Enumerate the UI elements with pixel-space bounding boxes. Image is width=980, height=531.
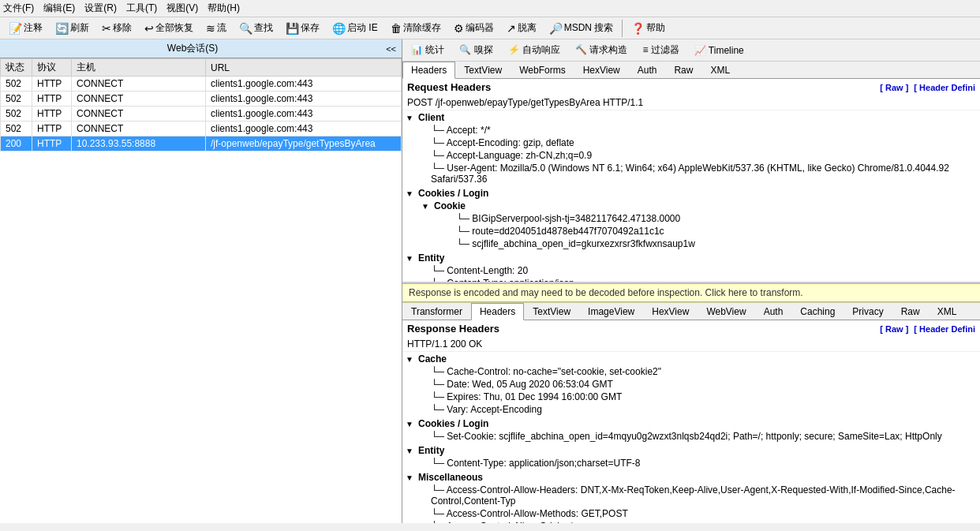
toolbar-save[interactable]: 💾 保存 [280, 19, 325, 37]
resp-tab-imageview[interactable]: ImageView [579, 303, 643, 320]
resp-tab-auth[interactable]: Auth [755, 303, 792, 320]
resp-tab-textview[interactable]: TextView [524, 303, 579, 320]
toolbar-request-builder[interactable]: 🔨 请求构造 [568, 41, 634, 59]
tab-xml[interactable]: XML [701, 62, 739, 79]
tab-textview[interactable]: TextView [455, 62, 511, 79]
resp-cache-section: ▼ Cache └─ Cache-Control: no-cache="set-… [402, 352, 980, 417]
resp-tab-xml[interactable]: XML [929, 303, 966, 320]
restore-icon: ↩ [144, 22, 154, 35]
client-toggle[interactable]: ▼ [406, 114, 415, 122]
table-row[interactable]: 502 HTTP CONNECT clients1.google.com:443 [1, 77, 402, 92]
resp-entity-label: Entity [418, 445, 444, 456]
warning-bar[interactable]: Response is encoded and may need to be d… [402, 283, 980, 302]
toolbar-annotate[interactable]: 📝 注释 [3, 19, 48, 37]
resp-raw-link[interactable]: [ Raw ] [880, 324, 908, 334]
resp-tab-transformer[interactable]: Transformer [402, 303, 471, 320]
cell-protocol: HTTP [32, 77, 72, 92]
tab-webforms[interactable]: WebForms [511, 62, 574, 79]
sessions-table: 状态 协议 主机 URL 502 HTTP CONNECT clients1.g… [0, 58, 402, 151]
toolbar-filter[interactable]: ≡ 过滤器 [635, 41, 686, 59]
tab-headers[interactable]: Headers [402, 62, 455, 79]
left-panel-header: Web会话(S) << [0, 39, 402, 58]
toolbar-detach[interactable]: ↗ 脱离 [501, 19, 542, 37]
table-row[interactable]: 502 HTTP CONNECT clients1.google.com:443 [1, 107, 402, 122]
resp-tab-privacy[interactable]: Privacy [843, 303, 892, 320]
cookie-sub: ▼ Cookie └─ BIGipServerpool-sjsh-tj=3482… [402, 200, 980, 250]
toolbar-statistics[interactable]: 📊 统计 [404, 41, 451, 59]
content-type-resp-entry: └─ Content-Type: application/json;charse… [409, 457, 980, 469]
left-panel-collapse[interactable]: << [383, 44, 399, 54]
acao-headers-entry: └─ Access-Control-Allow-Headers: DNT,X-M… [409, 484, 980, 507]
resp-cookie-entries: └─ Set-Cookie: scjflife_abchina_open_id=… [402, 430, 980, 443]
toolbar-encoder[interactable]: ⚙ 编码器 [448, 19, 499, 37]
toolbar-separator [622, 20, 623, 37]
menu-tools[interactable]: 工具(T) [126, 2, 157, 15]
acao-origin-entry: └─ Access-Control-Allow-Origin: * [409, 520, 980, 523]
resp-entity-toggle[interactable]: ▼ [406, 447, 415, 455]
resp-cache-label: Cache [418, 353, 447, 365]
menu-file[interactable]: 文件(F) [3, 2, 34, 15]
resp-entity-section: ▼ Entity └─ Content-Type: application/js… [402, 443, 980, 470]
response-headers-links: [ Raw ] [ Header Defini [877, 324, 975, 334]
toolbar-launch-ie[interactable]: 🌐 启动 IE [327, 19, 383, 37]
toolbar-auto-response[interactable]: ⚡ 自动响应 [501, 41, 567, 59]
entity-toggle[interactable]: ▼ [406, 254, 415, 263]
resp-misc-toggle[interactable]: ▼ [406, 473, 415, 482]
client-section-header: ▼ Client [402, 111, 980, 124]
stream-label: 流 [217, 21, 226, 35]
main-container: Web会话(S) << 状态 协议 主机 URL 502 HTTP CONNEC… [0, 39, 980, 523]
cell-host: CONNECT [72, 107, 206, 122]
resp-misc-section: ▼ Miscellaneous └─ Access-Control-Allow-… [402, 470, 980, 523]
menu-view[interactable]: 视图(V) [166, 2, 198, 15]
col-header-host: 主机 [72, 59, 206, 77]
msdn-label: MSDN 搜索 [564, 21, 614, 35]
ie-label: 启动 IE [347, 21, 378, 35]
resp-cache-header: ▼ Cache [402, 353, 980, 365]
resp-header-def-link[interactable]: [ Header Defini [914, 324, 975, 334]
toolbar-help[interactable]: ❓ 帮助 [626, 19, 671, 37]
resp-entity-entries: └─ Content-Type: application/json;charse… [402, 457, 980, 469]
cell-url: clients1.google.com:443 [206, 77, 402, 92]
cookies-toggle[interactable]: ▼ [406, 189, 415, 198]
table-row[interactable]: 200 HTTP 10.233.93.55:8888 /jf-openweb/e… [1, 136, 402, 151]
left-panel: Web会话(S) << 状态 协议 主机 URL 502 HTTP CONNEC… [0, 39, 402, 523]
scjf-open-id-entry: └─ scjflife_abchina_open_id=gkurxezxrsr3… [434, 237, 980, 250]
cookie-entries: └─ BIGipServerpool-sjsh-tj=3482117642.47… [409, 212, 980, 250]
accept-language-entry: └─ Accept-Language: zh-CN,zh;q=0.9 [409, 149, 980, 162]
toolbar-refresh[interactable]: 🔄 刷新 [50, 19, 95, 37]
resp-tab-webview[interactable]: WebView [698, 303, 754, 320]
cookie-toggle[interactable]: ▼ [421, 202, 431, 211]
restore-label: 全部恢复 [155, 21, 193, 35]
menu-help[interactable]: 帮助(H) [208, 2, 240, 15]
toolbar-clear-cache[interactable]: 🗑 清除缓存 [385, 19, 447, 37]
toolbar-remove[interactable]: ✂ 移除 [96, 19, 137, 37]
tab-raw[interactable]: Raw [665, 62, 701, 79]
cookie-label: Cookie [434, 200, 466, 211]
resp-tab-headers[interactable]: Headers [471, 303, 524, 320]
table-row[interactable]: 502 HTTP CONNECT clients1.google.com:443 [1, 92, 402, 107]
toolbar-sniff[interactable]: 🔍 嗅探 [452, 41, 499, 59]
help-label: 帮助 [646, 21, 665, 35]
request-url-line: POST /jf-openweb/epayType/getTypesByArea… [402, 95, 980, 110]
menu-edit[interactable]: 编辑(E) [43, 2, 75, 15]
raw-link[interactable]: [ Raw ] [880, 83, 908, 92]
toolbar-msdn[interactable]: 🔎 MSDN 搜索 [544, 19, 619, 37]
resp-cache-toggle[interactable]: ▼ [406, 355, 415, 364]
header-def-link[interactable]: [ Header Defini [914, 83, 975, 92]
resp-cookies-toggle[interactable]: ▼ [406, 420, 415, 428]
resp-tab-raw[interactable]: Raw [892, 303, 929, 320]
toolbar-stream[interactable]: ≋ 流 [200, 19, 232, 37]
response-tabs-row: Transformer Headers TextView ImageView H… [402, 302, 980, 320]
bigip-entry: └─ BIGipServerpool-sjsh-tj=3482117642.47… [434, 212, 980, 225]
request-headers-label: Request Headers [407, 81, 491, 93]
toolbar-find[interactable]: 🔍 查找 [234, 19, 279, 37]
tab-auth[interactable]: Auth [629, 62, 666, 79]
toolbar-restore-all[interactable]: ↩ 全部恢复 [139, 19, 199, 37]
toolbar-timeline[interactable]: 📈 Timeline [687, 43, 751, 58]
tab-hexview[interactable]: HexView [574, 62, 629, 79]
menu-settings[interactable]: 设置(R) [84, 2, 117, 15]
resp-tab-caching[interactable]: Caching [791, 303, 843, 320]
cell-status: 502 [1, 92, 32, 107]
table-row[interactable]: 502 HTTP CONNECT clients1.google.com:443 [1, 122, 402, 136]
resp-tab-hexview[interactable]: HexView [643, 303, 698, 320]
